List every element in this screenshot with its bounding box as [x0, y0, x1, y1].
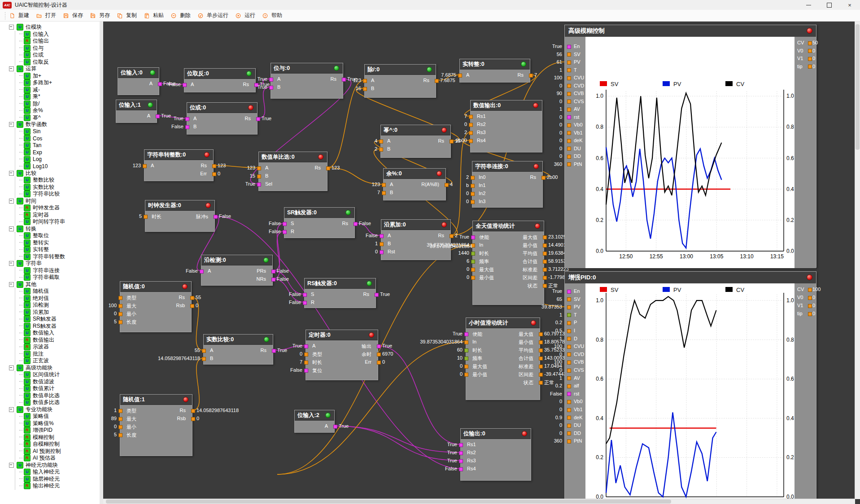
port[interactable] — [272, 349, 276, 353]
tree-item[interactable]: R模糊控制 — [19, 434, 65, 441]
port[interactable] — [808, 49, 812, 53]
port[interactable] — [304, 361, 308, 365]
port[interactable] — [543, 284, 547, 288]
port[interactable] — [144, 215, 148, 219]
tree-item[interactable]: U实数比较 — [19, 184, 65, 191]
node-strcat0[interactable]: 字符串连接:0In02Rs2b00In1bIn20In30 — [472, 161, 543, 208]
wire[interactable] — [378, 346, 460, 444]
tree-item[interactable]: UTan — [19, 142, 65, 149]
port[interactable] — [304, 369, 308, 373]
tree-item[interactable]: U幂^ — [19, 114, 65, 122]
port[interactable] — [304, 344, 308, 348]
node-numsel0[interactable]: 数值单比选:0A123Rs123B15SelTrue — [258, 152, 327, 191]
port[interactable] — [469, 115, 473, 119]
tree-group-header-0[interactable]: U位模块 — [9, 24, 65, 31]
port[interactable] — [808, 57, 812, 61]
port[interactable] — [185, 117, 189, 121]
port[interactable] — [200, 269, 204, 274]
tree-group-header-5[interactable]: U转换 — [9, 226, 65, 233]
tree-item[interactable]: U数值输入 — [19, 330, 65, 337]
port[interactable] — [118, 312, 122, 316]
collapse-icon[interactable] — [9, 463, 14, 468]
port[interactable] — [471, 252, 475, 256]
port[interactable] — [567, 384, 571, 388]
toolbar-button-help[interactable]: ?帮助 — [262, 12, 282, 19]
port[interactable] — [303, 301, 307, 305]
collapse-icon[interactable] — [9, 365, 14, 370]
toolbar-button-run[interactable]: 运行 — [236, 12, 255, 19]
toolbar-button-step[interactable]: 单步运行 — [198, 12, 228, 19]
port[interactable] — [183, 83, 187, 87]
tree-item[interactable]: R自模糊控制 — [19, 441, 65, 448]
port[interactable] — [567, 76, 571, 80]
port[interactable] — [808, 288, 812, 292]
port[interactable] — [567, 115, 571, 119]
port[interactable] — [445, 183, 449, 187]
port[interactable] — [269, 86, 273, 90]
port[interactable] — [459, 467, 463, 471]
node-edge0[interactable]: 沿检测:0AFalsePRsFalseNRsFalse — [201, 255, 273, 286]
port[interactable] — [118, 304, 122, 308]
toolbar-button-copy[interactable]: 复制 — [117, 12, 137, 19]
port[interactable] — [469, 139, 473, 143]
tree-item[interactable]: U字符串转整数 — [19, 253, 65, 261]
tree-item[interactable]: UExp — [19, 149, 65, 156]
port[interactable] — [271, 278, 275, 282]
wire[interactable] — [273, 271, 304, 294]
tree-item[interactable]: U整取位 — [19, 232, 65, 239]
port[interactable] — [382, 191, 386, 195]
tree-item[interactable]: U位输入 — [19, 31, 65, 38]
tree-item[interactable]: U数值多比选 — [19, 399, 65, 406]
port[interactable] — [567, 297, 571, 301]
collapse-icon[interactable] — [9, 122, 14, 127]
collapse-icon[interactable] — [9, 25, 14, 30]
tree-group-header-7[interactable]: U其他 — [9, 281, 65, 288]
port[interactable] — [377, 352, 381, 356]
tree-group-header-8[interactable]: U高级功能块 — [9, 365, 65, 372]
port[interactable] — [543, 260, 547, 264]
node-statday[interactable]: 全天值滑动统计使能True最大值23.1025In39.873530403186… — [472, 221, 544, 305]
port[interactable] — [118, 409, 122, 413]
port[interactable] — [471, 235, 475, 239]
collapse-icon[interactable] — [9, 66, 14, 71]
port[interactable] — [567, 139, 571, 143]
port[interactable] — [541, 176, 546, 180]
tree-group-header-6[interactable]: U字符串 — [9, 260, 65, 267]
tree-item[interactable]: R示波器 — [19, 343, 65, 351]
port[interactable] — [808, 65, 812, 69]
tree-item[interactable]: U数值累计 — [19, 385, 65, 392]
tree-item[interactable]: U余% — [19, 107, 65, 114]
port[interactable] — [567, 108, 571, 112]
tree-item[interactable]: U字符串连接 — [19, 267, 65, 274]
tree-item[interactable]: U策略值 — [19, 413, 65, 420]
port[interactable] — [567, 155, 571, 159]
collapse-icon[interactable] — [9, 282, 14, 287]
tree-group-header-9[interactable]: U专业功能块 — [9, 406, 65, 413]
vertical-scrollbar[interactable] — [855, 22, 860, 499]
port[interactable] — [118, 425, 122, 429]
tree-group-header-3[interactable]: U比较 — [9, 170, 65, 177]
tree-item[interactable]: U加+ — [19, 73, 65, 80]
toolbar-button-save[interactable]: 保存 — [63, 12, 83, 19]
tree-group-header-4[interactable]: U时间 — [9, 198, 65, 205]
port[interactable] — [156, 114, 160, 118]
port[interactable] — [471, 268, 475, 272]
node-mod0[interactable]: 余%:0A123R(A%B)4B7 — [383, 168, 446, 200]
tree-item[interactable]: U时间转字符串 — [19, 218, 65, 226]
tree-item[interactable]: U位与 — [19, 45, 65, 52]
tree-group-header-2[interactable]: U数学函数 — [9, 121, 65, 128]
tree-item[interactable]: U除/ — [19, 100, 65, 108]
tree-item[interactable]: U位或 — [19, 52, 65, 59]
wire[interactable] — [192, 358, 203, 410]
tree-item[interactable]: U减- — [19, 87, 65, 94]
panel-p1[interactable]: 高级模糊控制EnTrueSV56PV61T1CVU100CVD0CVB90CVS… — [564, 25, 816, 268]
horizontal-scrollbar-thumb[interactable] — [106, 500, 671, 504]
port[interactable] — [458, 74, 462, 78]
port[interactable] — [363, 87, 367, 91]
port[interactable] — [380, 250, 384, 254]
toolbar-button-open[interactable]: 打开 — [36, 12, 56, 19]
port[interactable] — [464, 348, 468, 352]
toolbar-button-saveas[interactable]: 另存 — [90, 12, 110, 19]
port[interactable] — [567, 329, 571, 333]
port[interactable] — [464, 340, 468, 344]
